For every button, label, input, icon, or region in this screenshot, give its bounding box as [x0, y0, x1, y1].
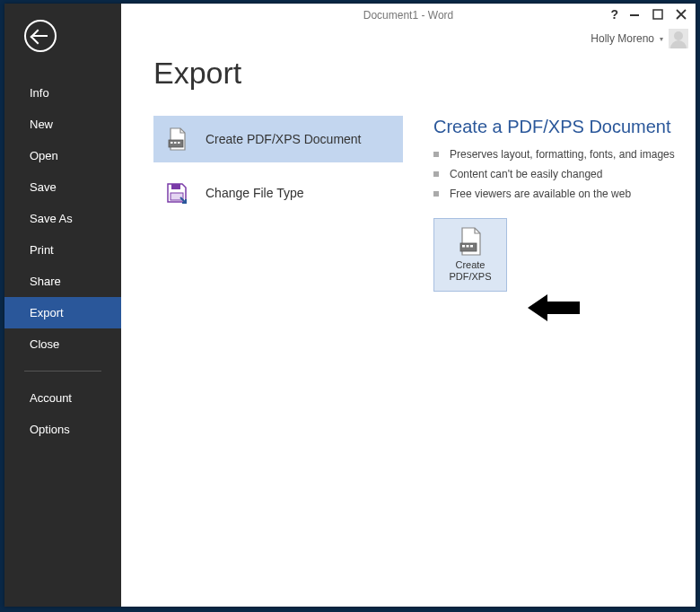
sidebar-item-save-as[interactable]: Save As — [4, 203, 121, 234]
maximize-icon — [652, 9, 663, 20]
sidebar-menu: Info New Open Save Save As Print Share E… — [4, 77, 121, 445]
detail-bullet: Free viewers are available on the web — [433, 187, 676, 201]
content-columns: Create PDF/XPS Document Change File Type — [153, 116, 676, 292]
sidebar-item-account[interactable]: Account — [4, 382, 121, 414]
svg-rect-9 — [462, 245, 465, 248]
backstage-sidebar: Info New Open Save Save As Print Share E… — [4, 4, 121, 607]
window-title: Document1 - Word — [121, 9, 696, 22]
user-menu[interactable]: Holly Moreno ▾ — [591, 29, 688, 48]
detail-bullets: Preserves layout, formatting, fonts, and… — [433, 147, 676, 202]
export-detail-panel: Create a PDF/XPS Document Preserves layo… — [433, 116, 676, 292]
svg-rect-10 — [467, 245, 469, 248]
minimize-button[interactable] — [627, 7, 642, 22]
sidebar-item-open[interactable]: Open — [4, 140, 121, 171]
help-button[interactable]: ? — [610, 7, 618, 22]
title-bar: Document1 - Word ? Holly Moreno ▾ — [121, 4, 696, 48]
page-title: Export — [153, 56, 676, 91]
export-option-label: Create PDF/XPS Document — [206, 132, 362, 146]
diskette-icon — [164, 180, 189, 205]
user-name: Holly Moreno — [591, 32, 654, 45]
sidebar-item-export[interactable]: Export — [4, 297, 121, 328]
sidebar-item-options[interactable]: Options — [4, 414, 121, 445]
avatar — [669, 29, 688, 48]
create-pdf-xps-button[interactable]: Create PDF/XPS — [433, 218, 507, 292]
chevron-down-icon: ▾ — [660, 35, 663, 43]
back-button[interactable] — [24, 20, 57, 52]
sidebar-item-info[interactable]: Info — [4, 77, 121, 109]
pdf-document-icon — [164, 127, 189, 152]
create-pdf-xps-button-label: Create PDF/XPS — [449, 259, 491, 282]
detail-bullet: Content can't be easily changed — [433, 167, 676, 181]
svg-rect-6 — [171, 184, 180, 189]
export-options-list: Create PDF/XPS Document Change File Type — [153, 116, 403, 292]
export-option-change-file-type[interactable]: Change File Type — [153, 170, 403, 216]
pdf-document-icon — [458, 227, 483, 256]
sidebar-item-close[interactable]: Close — [4, 328, 121, 360]
svg-rect-11 — [470, 245, 473, 248]
detail-bullet: Preserves layout, formatting, fonts, and… — [433, 147, 676, 162]
detail-title: Create a PDF/XPS Document — [433, 116, 676, 138]
sidebar-item-share[interactable]: Share — [4, 266, 121, 297]
window-controls: ? — [610, 7, 688, 22]
sidebar-item-save[interactable]: Save — [4, 171, 121, 203]
svg-rect-1 — [653, 10, 662, 19]
app-window: Document1 - Word ? Holly Moreno ▾ Info N… — [4, 4, 696, 607]
export-option-label: Change File Type — [206, 186, 303, 200]
minimize-icon — [629, 9, 640, 20]
sidebar-item-new[interactable]: New — [4, 109, 121, 140]
close-button[interactable] — [674, 7, 688, 22]
close-icon — [676, 9, 687, 20]
svg-rect-0 — [630, 14, 639, 16]
sidebar-item-print[interactable]: Print — [4, 234, 121, 266]
svg-rect-5 — [178, 142, 180, 144]
back-arrow-icon — [33, 35, 48, 37]
main-content: Export Create PDF/XPS D — [121, 4, 696, 607]
sidebar-divider — [24, 371, 101, 372]
svg-rect-3 — [171, 142, 173, 144]
maximize-button[interactable] — [651, 7, 665, 22]
svg-rect-4 — [174, 142, 177, 144]
export-option-create-pdf-xps[interactable]: Create PDF/XPS Document — [153, 116, 403, 162]
